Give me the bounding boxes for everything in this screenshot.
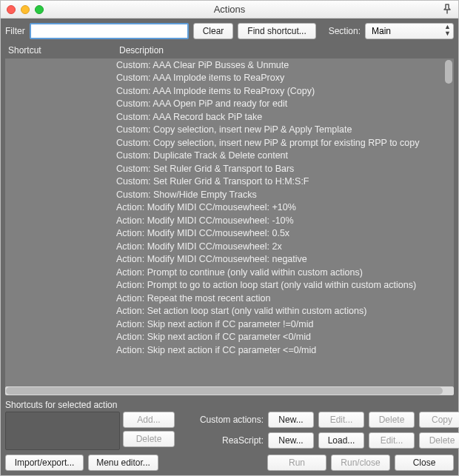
filter-label: Filter bbox=[5, 26, 25, 36]
shortcuts-area: Shortcuts for selected action Add... Del… bbox=[5, 400, 454, 450]
horizontal-scroll-thumb[interactable] bbox=[6, 387, 443, 395]
list-item-description: Action: Prompt to continue (only valid w… bbox=[116, 267, 454, 278]
footer-row: Import/export... Menu editor... Run Run/… bbox=[5, 455, 454, 471]
bottom-panel: Shortcuts for selected action Add... Del… bbox=[5, 400, 454, 471]
list-item-description: Action: Modify MIDI CC/mousewheel: 2x bbox=[116, 241, 454, 252]
list-item-description: Action: Skip next action if CC parameter… bbox=[116, 319, 454, 329]
list-item-description: Custom: Duplicate Track & Delete content bbox=[116, 150, 454, 161]
right-button-rows: Custom actions: New... Edit... Delete Co… bbox=[181, 400, 459, 450]
shortcut-add-button[interactable]: Add... bbox=[123, 412, 175, 428]
list-item[interactable]: Custom: AAA Open PiP and ready for edit bbox=[5, 98, 454, 111]
list-item[interactable]: Action: Skip next action if CC parameter… bbox=[5, 331, 454, 344]
list-item[interactable]: Custom: AAA Implode items to ReaProxy bbox=[5, 72, 454, 85]
horizontal-scrollbar[interactable] bbox=[5, 386, 454, 395]
pin-icon[interactable] bbox=[442, 4, 452, 16]
list-item[interactable]: Action: Prompt to go to action loop star… bbox=[5, 279, 454, 292]
list-item-description: Custom: AAA Implode items to ReaProxy (C… bbox=[116, 86, 454, 96]
reascript-delete-button[interactable]: Delete bbox=[419, 432, 459, 449]
custom-new-button[interactable]: New... bbox=[268, 412, 314, 428]
vertical-scrollbar[interactable] bbox=[445, 60, 452, 385]
reascript-load-button[interactable]: Load... bbox=[318, 432, 364, 449]
list-item-description: Action: Modify MIDI CC/mousewheel: 0.5x bbox=[116, 228, 454, 238]
filter-row: Filter Clear Find shortcut... Section: M… bbox=[5, 23, 454, 39]
shortcuts-box: Shortcuts for selected action Add... Del… bbox=[5, 400, 175, 450]
list-item[interactable]: Action: Modify MIDI CC/mousewheel: 2x bbox=[5, 240, 454, 253]
custom-edit-button[interactable]: Edit... bbox=[318, 412, 364, 428]
run-button[interactable]: Run bbox=[267, 455, 326, 471]
list-item-description: Custom: AAA Clear PiP Busses & Unmute bbox=[116, 60, 454, 70]
list-item-description: Action: Modify MIDI CC/mousewheel: -10% bbox=[116, 215, 454, 226]
column-description[interactable]: Description bbox=[116, 44, 167, 58]
list-item-description: Action: Modify MIDI CC/mousewheel: +10% bbox=[116, 202, 454, 212]
shortcuts-title: Shortcuts for selected action bbox=[5, 400, 175, 410]
import-export-button[interactable]: Import/export... bbox=[5, 455, 84, 471]
reascript-label: ReaScript: bbox=[181, 435, 264, 446]
list-item[interactable]: Custom: AAA Record back PiP take bbox=[5, 110, 454, 124]
list-item-description: Custom: Set Ruler Grid & Transport to Ba… bbox=[116, 164, 454, 174]
menu-editor-button[interactable]: Menu editor... bbox=[88, 455, 158, 471]
list-item-description: Action: Set action loop start (only vali… bbox=[116, 306, 454, 316]
list-item-description: Custom: AAA Open PiP and ready for edit bbox=[116, 98, 454, 109]
shortcut-delete-button[interactable]: Delete bbox=[123, 431, 175, 447]
shortcut-buttons: Add... Delete bbox=[123, 412, 175, 450]
list-item-description: Custom: Show/Hide Empty Tracks bbox=[116, 190, 454, 200]
list-item[interactable]: Action: Modify MIDI CC/mousewheel: -10% bbox=[5, 214, 454, 227]
list-item-description: Action: Repeat the most recent action bbox=[116, 293, 454, 304]
reascript-edit-button[interactable]: Edit... bbox=[369, 432, 415, 449]
window-title: Actions bbox=[1, 4, 458, 15]
section-select[interactable]: Main bbox=[365, 23, 454, 39]
list-item[interactable]: Custom: Copy selection, insert new PiP &… bbox=[5, 124, 454, 137]
shortcuts-list[interactable] bbox=[5, 412, 120, 450]
list-item-description: Action: Prompt to go to action loop star… bbox=[116, 280, 454, 290]
list-item[interactable]: Custom: Set Ruler Grid & Transport to H:… bbox=[5, 175, 454, 189]
custom-delete-button[interactable]: Delete bbox=[369, 412, 415, 428]
list-item-description: Custom: Copy selection, insert new PiP &… bbox=[116, 124, 454, 135]
action-list-wrap: Shortcut Description Custom: AAA Clear P… bbox=[5, 44, 454, 395]
action-listbox[interactable]: Custom: AAA Clear PiP Busses & UnmuteCus… bbox=[5, 58, 454, 386]
custom-actions-label: Custom actions: bbox=[181, 415, 264, 425]
window-body: Filter Clear Find shortcut... Section: M… bbox=[1, 19, 458, 475]
list-item[interactable]: Action: Modify MIDI CC/mousewheel: negat… bbox=[5, 253, 454, 267]
list-item[interactable]: Custom: Show/Hide Empty Tracks bbox=[5, 188, 454, 201]
list-item[interactable]: Action: Modify MIDI CC/mousewheel: 0.5x bbox=[5, 227, 454, 241]
list-item-description: Custom: AAA Record back PiP take bbox=[116, 112, 454, 122]
list-item[interactable]: Action: Repeat the most recent action bbox=[5, 292, 454, 305]
list-item[interactable]: Action: Modify MIDI CC/mousewheel: +10% bbox=[5, 201, 454, 215]
section-label: Section: bbox=[329, 26, 361, 36]
column-shortcut[interactable]: Shortcut bbox=[5, 44, 116, 58]
list-item[interactable]: Custom: AAA Clear PiP Busses & Unmute bbox=[5, 58, 454, 72]
list-item-description: Custom: Copy selection, insert new PiP &… bbox=[116, 138, 454, 148]
list-item[interactable]: Action: Skip next action if CC parameter… bbox=[5, 318, 454, 331]
run-close-button[interactable]: Run/close bbox=[331, 455, 390, 471]
list-item-description: Action: Modify MIDI CC/mousewheel: negat… bbox=[116, 254, 454, 264]
list-item-description: Custom: AAA Implode items to ReaProxy bbox=[116, 73, 454, 83]
filter-input[interactable] bbox=[30, 23, 189, 39]
vertical-scroll-thumb[interactable] bbox=[445, 60, 452, 84]
list-item-description: Action: Skip next action if CC parameter… bbox=[116, 332, 454, 342]
close-button[interactable]: Close bbox=[395, 455, 454, 471]
list-item[interactable]: Action: Skip next action if CC parameter… bbox=[5, 343, 454, 357]
reascript-row: ReaScript: New... Load... Edit... Delete bbox=[181, 432, 459, 449]
custom-copy-button[interactable]: Copy bbox=[419, 412, 459, 428]
column-headers: Shortcut Description bbox=[5, 44, 454, 58]
actions-window: Actions Filter Clear Find shortcut... Se… bbox=[0, 0, 459, 476]
list-item[interactable]: Custom: AAA Implode items to ReaProxy (C… bbox=[5, 84, 454, 98]
clear-button[interactable]: Clear bbox=[193, 23, 234, 39]
list-item[interactable]: Action: Set action loop start (only vali… bbox=[5, 305, 454, 318]
list-item[interactable]: Custom: Copy selection, insert new PiP &… bbox=[5, 136, 454, 150]
shortcuts-body: Add... Delete bbox=[5, 412, 175, 450]
section-select-wrap: Main ▲▼ bbox=[365, 23, 454, 39]
list-item[interactable]: Action: Prompt to continue (only valid w… bbox=[5, 266, 454, 279]
find-shortcut-button[interactable]: Find shortcut... bbox=[238, 23, 315, 39]
custom-actions-row: Custom actions: New... Edit... Delete Co… bbox=[181, 412, 459, 428]
list-item[interactable]: Custom: Set Ruler Grid & Transport to Ba… bbox=[5, 162, 454, 175]
titlebar[interactable]: Actions bbox=[1, 1, 458, 19]
list-item-description: Action: Skip next action if CC parameter… bbox=[116, 345, 454, 355]
reascript-new-button[interactable]: New... bbox=[268, 432, 314, 449]
list-item[interactable]: Custom: Duplicate Track & Delete content bbox=[5, 150, 454, 163]
list-item-description: Custom: Set Ruler Grid & Transport to H:… bbox=[116, 176, 454, 187]
